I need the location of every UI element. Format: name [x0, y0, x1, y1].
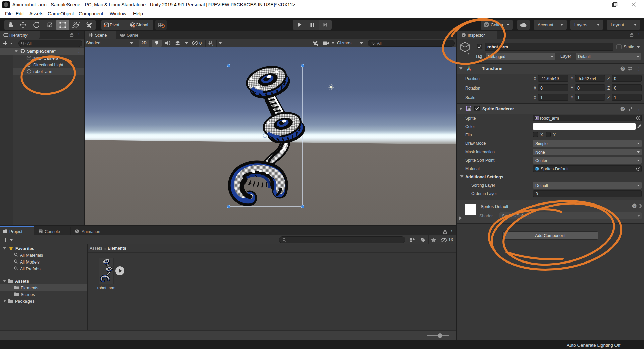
- svg-text:Y: Y: [212, 43, 214, 47]
- svg-text:?: ?: [622, 67, 624, 71]
- svg-text:?: ?: [633, 204, 635, 208]
- svg-text:?: ?: [622, 107, 624, 111]
